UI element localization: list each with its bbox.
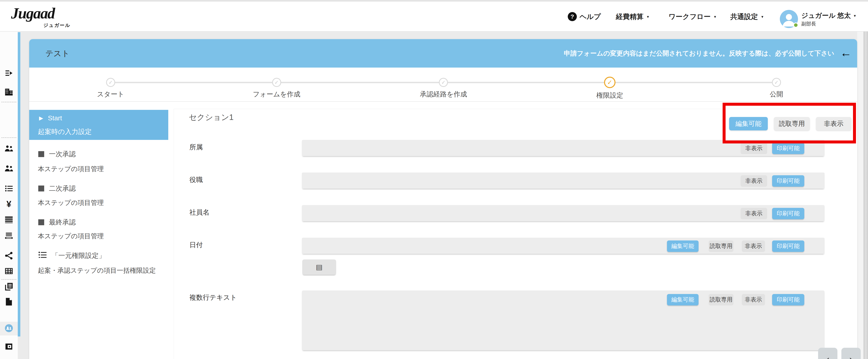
bulk-editable-button[interactable]: 編集可能 [729,117,768,130]
topbar: Jugaad ジュガール ? ヘルプ 経費精算 ▼ ワークフロー ▼ 共通設定 … [0,2,868,32]
field-readonly-button[interactable]: 読取専用 [709,241,734,252]
square-bullet-icon [38,186,44,191]
field-editable-button[interactable]: 編集可能 [667,241,699,252]
field-printable-button[interactable]: 印刷可能 [772,175,804,187]
field-printable-button[interactable]: 印刷可能 [772,241,804,252]
nav-item-second-approval-sub[interactable]: 本ステップの項目管理 [38,198,104,207]
bulk-hidden-button[interactable]: 非表示 [816,117,851,130]
nav-item-first-approval-sub[interactable]: 本ステップの項目管理 [38,165,104,173]
step-start[interactable]: ✓ スタート [97,67,124,99]
nav-menu-expense[interactable]: 経費精算 ▼ [616,2,650,32]
step-approval-route[interactable]: ✓ 承認経路を作成 [420,67,467,99]
step-label: フォームを作成 [253,90,300,99]
step-check-icon: ✓ [272,78,281,87]
step-publish[interactable]: ✓ 公開 [770,67,783,99]
expand-menu-icon[interactable] [0,68,18,78]
step-nav-panel: ▶ Start 起案時の入力設定 一次承認 本ステップの項目管理 二次承認 本ス… [29,109,174,359]
next-page-button[interactable]: › [841,348,861,359]
nav-menu-workflow-label: ワークフロー [669,12,711,21]
user-menu[interactable]: ジュガール 悠太 ▼ [801,11,856,20]
sidebar-divider [1,137,17,138]
nav-menu-expense-label: 経費精算 [616,12,644,21]
field-hidden-button[interactable]: 非表示 [741,208,767,219]
field-label-multiline-text: 複数行テキスト [189,293,237,302]
share-icon[interactable] [0,251,18,261]
nav-item-final-approval-sub[interactable]: 本ステップの項目管理 [38,232,104,241]
step-label: スタート [97,90,124,99]
nav-item-first-approval[interactable]: 一次承認 [38,149,76,159]
step-permissions[interactable]: ✓ 権限設定 [596,67,623,100]
nav-item-title: Start [48,114,62,122]
field-label-department: 所属 [189,143,203,152]
field-label-employee-name: 社員名 [189,208,210,217]
globe-users-icon[interactable] [0,323,18,333]
building-icon[interactable] [0,87,18,97]
nav-item-bulk-permissions-sub[interactable]: 起案・承認ステップの項目一括権限設定 [38,266,156,275]
list-icon[interactable] [0,183,18,194]
yen-icon[interactable]: ¥ [0,199,18,209]
nav-menu-workflow[interactable]: ワークフロー ▼ [669,2,717,32]
nav-item-title: 「一元権限設定」 [52,251,105,260]
field-label-date: 日付 [189,241,203,250]
step-label: 公開 [770,90,783,99]
rows-icon[interactable] [0,214,18,225]
step-label: 承認経路を作成 [420,90,467,99]
chevron-down-icon: ▼ [853,14,857,18]
field-hidden-button[interactable]: 非表示 [741,143,767,154]
user-name: ジュガール 悠太 [801,11,851,20]
field-hidden-button[interactable]: 非表示 [742,294,765,305]
field-printable-button[interactable]: 印刷可能 [772,294,804,305]
nav-item-second-approval[interactable]: 二次承認 [38,184,76,193]
back-arrow-icon[interactable]: ← [840,39,851,67]
sidebar-divider [1,279,17,280]
field-readonly-button[interactable]: 読取専用 [709,294,734,305]
step-check-icon: ✓ [106,78,115,87]
file-icon[interactable] [0,297,18,307]
nav-help-label: ヘルプ [580,12,601,21]
reader-icon[interactable] [0,230,18,241]
user-role: 副部長 [801,21,816,27]
vertical-scrollbar[interactable] [864,32,868,359]
users-icon[interactable] [0,143,18,154]
step-create-form[interactable]: ✓ フォームを作成 [253,67,300,99]
prev-page-button[interactable]: ‹ [818,348,837,359]
field-label-position: 役職 [189,175,203,184]
chevron-down-icon: ▼ [646,15,650,19]
nav-item-bulk-permissions[interactable]: 「一元権限設定」 [38,251,105,260]
nav-help[interactable]: ? ヘルプ [568,2,601,32]
nav-item-title: 最終承認 [49,218,76,227]
card-icon[interactable] [0,341,18,352]
sidebar-divider [1,102,17,102]
field-printable-button[interactable]: 印刷可能 [772,143,804,154]
nav-item-final-approval[interactable]: 最終承認 [38,218,76,227]
help-icon: ? [568,12,577,21]
online-status-dot [793,23,798,28]
nav-menu-common-settings[interactable]: 共通設定 ▼ [730,2,764,32]
page-header: テスト 申請フォームの変更内容はまだ公開されておりません。反映する際は、必ず公開… [29,39,857,67]
field-hidden-button[interactable]: 非表示 [741,175,767,187]
bulk-readonly-button[interactable]: 読取専用 [774,117,810,130]
wizard-steps: ✓ スタート ✓ フォームを作成 ✓ 承認経路を作成 ✓ 権限設定 ✓ 公開 [29,67,857,102]
list-icon [38,251,47,260]
field-printable-button[interactable]: 印刷可能 [772,208,804,219]
copy-icon[interactable] [0,281,18,292]
main-panel: テスト 申請フォームの変更内容はまだ公開されておりません。反映する際は、必ず公開… [29,39,857,359]
screen: Jugaad ジュガール ? ヘルプ 経費精算 ▼ ワークフロー ▼ 共通設定 … [0,0,868,359]
nav-item-title: 一次承認 [49,149,76,159]
nav-item-start[interactable]: ▶ Start 起案時の入力設定 [29,110,168,140]
icon-sidebar: ¥ [0,32,18,359]
app-logo: Jugaad [11,4,55,22]
avatar[interactable] [780,10,798,28]
unpublished-notice: 申請フォームの変更内容はまだ公開されておりません。反映する際は、必ず公開して下さ… [564,39,834,67]
nav-item-title: 二次承認 [49,184,76,193]
page-title: テスト [45,39,70,67]
calendar-icon: ▤ [316,263,322,271]
field-editable-button[interactable]: 編集可能 [667,294,699,305]
step-label: 権限設定 [596,91,623,100]
users-alt-icon[interactable] [0,163,18,174]
square-bullet-icon [38,151,44,157]
step-check-icon: ✓ [439,78,448,87]
field-hidden-button[interactable]: 非表示 [742,241,765,252]
table-icon[interactable] [0,266,18,276]
play-icon: ▶ [39,115,43,121]
